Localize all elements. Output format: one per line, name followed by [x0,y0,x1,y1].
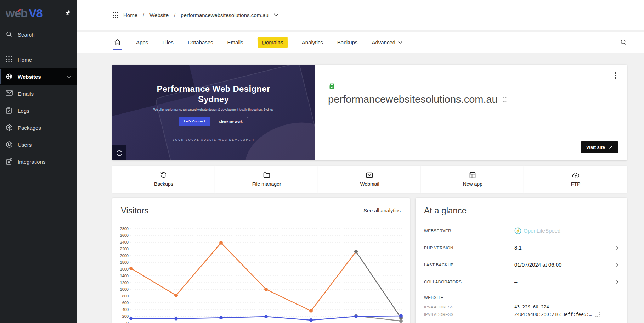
quick-action-webmail[interactable]: Webmail [318,166,421,193]
tab-databases[interactable]: Databases [188,37,213,48]
tab-overview-home[interactable] [113,35,122,50]
site-overview-card: Performance Web Designer Sydney We offer… [112,65,627,160]
site-tab-bar: Apps Files Databases Emails Domains Anal… [77,32,644,53]
svg-text:1600: 1600 [120,267,129,271]
visitors-card: Visitors See all analytics 2800260024002… [112,198,410,323]
active-tab-indicator [113,49,122,50]
tab-emails[interactable]: Emails [227,37,243,48]
sidebar-item-packages[interactable]: Packages [0,119,77,136]
svg-text:600: 600 [122,301,129,305]
see-all-analytics-link[interactable]: See all analytics [363,208,401,213]
pin-sidebar-icon[interactable] [65,10,71,16]
copy-ipv6-icon[interactable] [595,312,600,317]
svg-text:1200: 1200 [120,280,129,285]
preview-tagline: YOUR LOCAL AUSSIE WEB DEVELOPER [173,138,254,141]
integrations-icon [6,158,13,165]
breadcrumb-separator: / [143,12,144,18]
breadcrumb-domain[interactable]: performancewebsitesolutions.com.au [181,12,269,18]
breadcrumb-home[interactable]: Home [123,12,137,18]
visitors-chart: 2800260024002200200018001600140012001000… [116,223,407,323]
kebab-menu-icon[interactable] [612,71,619,80]
tab-analytics[interactable]: Analytics [302,37,323,48]
svg-text:2200: 2200 [120,247,129,251]
grid-icon [6,56,13,63]
search-icon[interactable] [620,39,627,46]
home-icon [114,39,121,46]
openlitespeed-logo: OpenLiteSpeed [514,227,560,234]
sidebar-item-label: Emails [18,91,34,97]
breadcrumb: Home / Website / performancewebsitesolut… [113,12,278,18]
quick-action-new-app[interactable]: New app [421,166,524,193]
glance-row-ipv6: IPV6 ADDRESS 2404:9400:2:0:216:3eff:fee5… [424,311,618,318]
sidebar-item-search[interactable]: Search [0,27,77,42]
chevron-right-icon[interactable] [615,279,618,284]
svg-text:800: 800 [122,294,129,298]
tab-backups[interactable]: Backups [337,37,358,48]
preview-subtitle: We offer performance enhanced website de… [153,108,273,111]
tab-advanced[interactable]: Advanced [372,37,402,48]
svg-text:2000: 2000 [120,254,129,258]
svg-text:0: 0 [126,321,129,323]
site-info-panel: performancewebsitesolutions.com.au Visit… [315,65,627,160]
svg-text:200: 200 [122,314,129,318]
tab-domains-highlighted[interactable]: Domains [257,37,288,48]
sidebar-item-label: Home [18,57,32,63]
sidebar: webV8 Search Home Websites [0,0,77,323]
mail-icon [366,172,373,179]
refresh-preview-button[interactable] [112,145,126,160]
tab-files[interactable]: Files [162,37,174,48]
app-grid-icon [469,172,476,179]
preview-title: Performance Web Designer Sydney [157,84,270,104]
svg-text:1000: 1000 [120,287,129,291]
chevron-down-icon [67,75,72,78]
sidebar-item-label: Integrations [18,159,45,165]
chevron-right-icon[interactable] [615,245,618,250]
breadcrumb-website[interactable]: Website [149,12,169,18]
sidebar-item-home[interactable]: Home [0,51,77,68]
preview-cta-secondary: Check My Work [214,117,248,126]
mail-icon [6,90,13,97]
svg-text:2600: 2600 [120,233,129,238]
sidebar-item-websites[interactable]: Websites [0,68,77,85]
visitors-chart-svg: 2800260024002200200018001600140012001000… [116,223,407,323]
copy-ipv4-icon[interactable] [553,305,557,309]
glance-title: At a glance [424,198,618,222]
website-section-title: WEBSITE [424,295,618,303]
svg-text:1800: 1800 [120,260,129,264]
apps-grid-icon[interactable] [113,12,118,18]
chevron-right-icon[interactable] [615,262,618,267]
ssl-lock-icon [329,82,335,90]
globe-icon [6,73,13,80]
glance-row-webserver: WEBSERVER OpenLiteSpeed [424,222,618,239]
glance-row-ipv4: IPV4 ADDRESS 43.229.60.224 [424,303,618,311]
breadcrumb-separator: / [174,12,175,18]
glance-row-collaborators[interactable]: COLLABORATORS – [424,273,618,290]
hosting-control-panel: { "app": { "logo_web": "web", "logo_vers… [0,0,644,323]
svg-text:2400: 2400 [120,240,129,244]
refresh-icon [116,150,123,156]
copy-domain-icon[interactable] [503,97,507,102]
quick-action-ftp[interactable]: FTP [524,166,627,193]
glance-row-last-backup[interactable]: LAST BACKUP 01/07/2024 at 06:00 [424,256,618,273]
clipboard-icon [6,107,13,114]
svg-text:400: 400 [122,307,129,312]
restore-icon [160,172,167,179]
site-domain-title: performancewebsitesolutions.com.au [328,94,498,105]
sidebar-item-emails[interactable]: Emails [0,85,77,102]
visitors-title: Visitors [121,206,148,216]
sidebar-item-integrations[interactable]: Integrations [0,153,77,170]
sidebar-nav: Home Websites Emails Logs [0,51,77,170]
glance-website-section: WEBSITE IPV4 ADDRESS 43.229.60.224 IPV6 … [424,290,618,318]
quick-action-file-manager[interactable]: File manager [215,166,318,193]
sidebar-item-users[interactable]: Users [0,136,77,153]
breadcrumb-bar: Home / Website / performancewebsitesolut… [77,0,644,30]
sidebar-item-label: Logs [18,108,29,114]
glance-row-php-version[interactable]: PHP VERSION 8.1 [424,239,618,256]
chevron-down-icon [398,41,402,44]
quick-action-backups[interactable]: Backups [112,166,215,193]
tab-apps[interactable]: Apps [136,37,148,48]
site-preview-thumbnail: Performance Web Designer Sydney We offer… [112,65,315,160]
visit-site-button[interactable]: Visit site [581,141,618,153]
chevron-down-icon[interactable] [274,13,278,16]
sidebar-item-logs[interactable]: Logs [0,102,77,119]
